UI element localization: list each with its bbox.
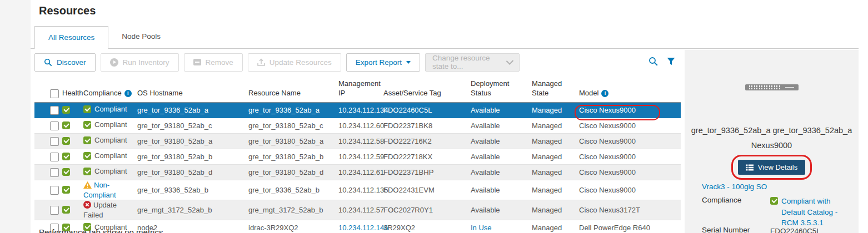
- row-checkbox[interactable]: [50, 137, 59, 146]
- compliance-text: Compliant: [94, 120, 127, 130]
- os-hostname-cell: gre_tor_93180_52ab_c: [137, 121, 248, 131]
- compliance-text: Compliant: [94, 151, 127, 161]
- management-ip-cell: 10.234.112.146: [338, 223, 383, 233]
- table-row[interactable]: Non-Compliantgre_tor_9336_52ab_bgre_tor_…: [34, 180, 681, 200]
- model-cell: Cisco Nexus9000: [579, 136, 681, 146]
- model-text: Cisco Nexus9000: [579, 137, 636, 145]
- compliance-catalog-link[interactable]: Compliant with Default Catalog - RCM 3.5…: [781, 196, 856, 229]
- model-text: Cisco Nexus3172T: [579, 206, 640, 214]
- model-cell: Cisco Nexus3172T: [579, 205, 681, 215]
- change-resource-state-select[interactable]: Change resource state to...: [425, 53, 520, 72]
- row-checkbox-cell: [34, 168, 62, 177]
- resource-header-label: Resource Name: [248, 88, 301, 98]
- health-cell: [62, 185, 83, 195]
- health-ok-icon: [62, 168, 70, 176]
- resource-name-cell: idrac-3R29XQ2: [248, 223, 338, 233]
- health-ok-icon: [62, 186, 70, 194]
- resource-name-cell: gre_mgt_3172_52ab_b: [248, 205, 338, 215]
- compliance-label: Compliance: [702, 196, 770, 229]
- health-cell: [62, 136, 83, 146]
- left-gutter: [0, 0, 31, 233]
- error-circle-icon: [83, 201, 91, 209]
- management-ip-cell: 10.234.112.61: [338, 168, 383, 178]
- table-row[interactable]: Compliantgre_tor_93180_52ab_agre_tor_931…: [34, 134, 681, 149]
- ip-header[interactable]: Management IP: [338, 79, 383, 98]
- select-all-checkbox[interactable]: [50, 89, 59, 98]
- managed-header[interactable]: Managed State: [532, 79, 579, 98]
- compliance-header[interactable]: Compliancei: [83, 88, 137, 98]
- health-header[interactable]: Health: [62, 88, 83, 98]
- table-tools: [648, 57, 675, 66]
- health-cell: [62, 205, 83, 215]
- compliant-check-icon: [770, 197, 778, 205]
- table-row[interactable]: Compliantgre_tor_9336_52ab_agre_tor_9336…: [34, 103, 681, 118]
- resources-page: Resources All Resources Node Pools Disco…: [0, 0, 868, 233]
- row-checkbox[interactable]: [50, 186, 59, 195]
- filter-icon[interactable]: [667, 57, 675, 65]
- row-checkbox[interactable]: [50, 106, 59, 115]
- os-hostname-cell: gre_tor_9336_52ab_b: [137, 185, 248, 195]
- row-checkbox[interactable]: [50, 153, 59, 161]
- row-checkbox-cell: [34, 206, 62, 215]
- deploy-header-label: Deployment Status: [471, 79, 528, 98]
- resource-header[interactable]: Resource Name: [248, 88, 338, 98]
- table-row[interactable]: Update Failedgre_mgt_3172_52ab_bgre_mgt_…: [34, 200, 681, 220]
- row-checkbox[interactable]: [50, 206, 59, 215]
- managed-state-cell: Managed: [532, 223, 579, 233]
- model-text: Cisco Nexus9000: [579, 153, 636, 161]
- row-checkbox[interactable]: [50, 168, 59, 177]
- model-header[interactable]: Modeli: [579, 88, 681, 98]
- management-ip-cell: 10.234.112.135: [338, 185, 383, 195]
- compliance-text: Compliant: [94, 166, 127, 176]
- deploy-header[interactable]: Deployment Status: [471, 79, 532, 98]
- hostname-header[interactable]: OS Hostname: [137, 88, 248, 98]
- model-cell: Dell PowerEdge R640: [579, 223, 681, 233]
- management-ip-cell-link[interactable]: 10.234.112.146: [338, 224, 388, 232]
- search-icon: [44, 58, 52, 67]
- table-header-row: HealthComplianceiOS HostnameResource Nam…: [34, 74, 681, 103]
- view-details-button[interactable]: View Details: [738, 160, 805, 175]
- compliance-cell: Compliant: [83, 104, 137, 115]
- tag-header[interactable]: Asset/Service Tag: [383, 88, 471, 98]
- model-cell: Cisco Nexus9000: [579, 121, 681, 131]
- os-hostname-cell: gre_tor_93180_52ab_a: [137, 136, 248, 146]
- run-inventory-button[interactable]: Run Inventory: [101, 53, 179, 72]
- export-report-button[interactable]: Export Report: [346, 53, 420, 72]
- compliance-ok-icon: [83, 105, 91, 113]
- management-ip-cell: 10.234.112.134: [338, 105, 383, 115]
- annotation-view-details-ring: View Details: [731, 155, 812, 180]
- tab-node-pools[interactable]: Node Pools: [108, 26, 174, 48]
- remove-button[interactable]: Remove: [184, 53, 243, 72]
- asset-tag-cell: 3R29XQ2: [383, 223, 471, 233]
- table-row[interactable]: Compliantgre_tor_93180_52ab_cgre_tor_931…: [34, 118, 681, 134]
- tab-all-resources[interactable]: All Resources: [34, 26, 108, 49]
- rack-link[interactable]: Vrack3 - 100gig SO: [702, 183, 767, 191]
- table-row[interactable]: Compliantgre_tor_93180_52ab_bgre_tor_931…: [34, 149, 681, 165]
- table-search-icon[interactable]: [648, 57, 658, 66]
- toolbar: Discover Run Inventory Remove Update Res…: [34, 53, 681, 72]
- bottom-note: Performance tab show no metrics: [39, 227, 163, 233]
- deployment-status-cell: Available: [471, 205, 532, 215]
- info-icon[interactable]: i: [124, 90, 132, 97]
- model-cell: Cisco Nexus9000: [579, 168, 681, 178]
- deployment-status-cell-link[interactable]: In Use: [471, 224, 492, 232]
- table-body: Compliantgre_tor_9336_52ab_agre_tor_9336…: [34, 103, 681, 233]
- row-checkbox-cell: [34, 121, 62, 130]
- update-resources-button[interactable]: Update Resources: [248, 53, 341, 72]
- compliance-text: Compliant: [94, 104, 127, 114]
- play-circle-icon: [110, 58, 118, 67]
- resource-name-cell: gre_tor_93180_52ab_a: [248, 136, 338, 146]
- managed-state-cell: Managed: [532, 136, 579, 146]
- row-checkbox-cell: [34, 153, 62, 161]
- compliance-cell: Compliant: [83, 166, 137, 178]
- table-row[interactable]: Compliantgre_tor_93180_52ab_dgre_tor_931…: [34, 165, 681, 180]
- discover-button[interactable]: Discover: [34, 53, 96, 72]
- deployment-status-cell: Available: [471, 168, 532, 178]
- health-cell: [62, 152, 83, 162]
- page-title: Resources: [39, 4, 96, 17]
- row-checkbox[interactable]: [50, 121, 59, 130]
- deployment-status-cell: Available: [471, 152, 532, 162]
- tag-header-label: Asset/Service Tag: [383, 88, 441, 98]
- managed-state-cell: Managed: [532, 168, 579, 178]
- info-icon[interactable]: i: [601, 90, 608, 97]
